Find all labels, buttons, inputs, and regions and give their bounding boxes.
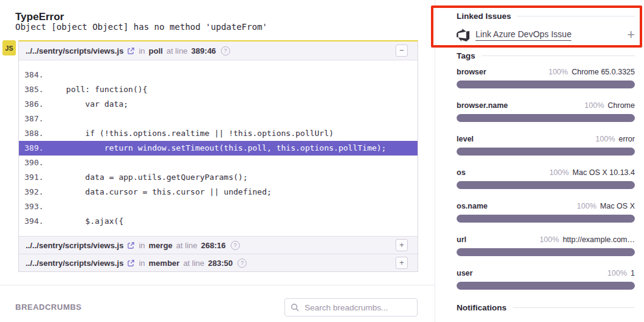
tag-bar <box>457 181 635 189</box>
linked-issues-heading: Linked Issues <box>457 12 635 21</box>
heading-rule <box>482 55 635 56</box>
code-line: 384. <box>19 68 418 82</box>
expand-frame-button[interactable]: + <box>396 257 408 269</box>
code-text: return window.setTimeout(this.poll, this… <box>47 141 418 156</box>
tag-bar <box>457 248 635 256</box>
code-text: data = app.utils.getQueryParams(); <box>47 170 418 185</box>
frame-function: member <box>149 259 180 268</box>
tag-row-level: level 100%error <box>457 135 635 156</box>
line-number: 390. <box>19 156 47 170</box>
expand-frame-button[interactable]: + <box>396 239 408 251</box>
tags-heading-label: Tags <box>457 51 476 60</box>
search-input[interactable] <box>303 302 411 313</box>
tag-row-os-name: os.name 100%Mac OS X <box>457 202 635 223</box>
tag-key: browser.name <box>457 101 508 110</box>
tag-key: browser <box>457 68 487 76</box>
sidebar: Linked Issues Link Azure DevOps Issue + … <box>457 0 635 322</box>
tag-key: os.name <box>457 202 488 210</box>
frame-header-poll[interactable]: ../../sentry/scripts/views.js in poll at… <box>19 41 418 60</box>
tag-percent: 100% <box>585 101 604 110</box>
external-link-icon[interactable] <box>128 48 134 54</box>
search-icon <box>291 303 299 312</box>
frame-line-number: 283:50 <box>208 259 233 268</box>
tag-key: user <box>457 269 472 277</box>
platform-badge-js: JS <box>2 40 16 55</box>
at-line-label: at line <box>183 259 204 268</box>
line-number: 388. <box>19 126 47 141</box>
frame-header-member[interactable]: ../../sentry/scripts/views.js in member … <box>19 254 418 271</box>
code-line: 390. <box>19 156 418 170</box>
in-label: in <box>139 259 145 268</box>
code-line: 393. <box>19 199 418 214</box>
in-label: in <box>139 46 145 55</box>
in-label: in <box>139 241 145 250</box>
tag-percent: 100% <box>607 269 627 277</box>
code-line: 385. poll: function(){ <box>19 82 418 97</box>
frame-line-number: 389:46 <box>191 46 215 55</box>
code-text <box>47 199 418 214</box>
tag-percent: 100% <box>549 168 569 177</box>
collapse-frame-button[interactable]: − <box>396 45 408 57</box>
link-azure-devops-issue-link[interactable]: Link Azure DevOps Issue <box>476 29 571 41</box>
code-text: var data; <box>47 97 418 112</box>
external-link-icon[interactable] <box>128 260 134 267</box>
stack-trace-panel: ../../sentry/scripts/views.js in poll at… <box>18 40 418 272</box>
tag-value: Mac OS X 10.13.4 <box>573 168 635 177</box>
breadcrumbs-search[interactable] <box>284 298 418 317</box>
tag-value: Chrome 65.0.3325 <box>571 68 635 76</box>
tag-bar <box>457 282 635 290</box>
line-number: 386. <box>19 97 47 112</box>
tags-heading: Tags <box>457 51 635 60</box>
section-divider <box>0 285 435 285</box>
line-number: 385. <box>19 82 47 97</box>
code-text <box>47 68 418 82</box>
line-number: 389. <box>19 141 47 156</box>
frame-file-path: ../../sentry/scripts/views.js <box>26 46 123 55</box>
tag-value: Chrome <box>608 101 635 110</box>
azure-devops-icon <box>457 29 469 41</box>
frame-header-merge[interactable]: ../../sentry/scripts/views.js in merge a… <box>19 236 418 254</box>
frame-function: merge <box>149 241 173 250</box>
external-link-icon[interactable] <box>128 242 134 249</box>
heading-rule <box>517 16 635 16</box>
at-line-label: at line <box>167 46 188 55</box>
tag-percent: 100% <box>596 135 615 143</box>
tag-row-url: url 100%http://example.com… <box>457 235 635 256</box>
help-icon[interactable]: ? <box>231 241 240 250</box>
code-text: $.ajax({ <box>47 214 418 229</box>
code-text <box>47 112 418 126</box>
add-linked-issue-button[interactable]: + <box>627 28 635 41</box>
code-line: 388. if (!this.options.realtime || !this… <box>19 126 418 141</box>
frame-file-path: ../../sentry/scripts/views.js <box>26 241 123 250</box>
code-block: 384. 385. poll: function(){ 386. var dat… <box>19 60 418 236</box>
line-number: 391. <box>19 170 47 185</box>
code-text: data.cursor = this.cursor || undefined; <box>47 185 418 199</box>
help-icon[interactable]: ? <box>221 46 230 55</box>
tag-key: os <box>457 168 466 177</box>
tag-value: Mac OS X <box>600 202 635 210</box>
help-icon[interactable]: ? <box>237 259 247 268</box>
code-text: poll: function(){ <box>47 82 418 97</box>
code-line-highlighted: 389. return window.setTimeout(this.poll,… <box>19 141 418 156</box>
tag-value: http://example.com… <box>563 235 635 244</box>
line-number: 392. <box>19 185 47 199</box>
at-line-label: at line <box>176 241 198 250</box>
frame-file-path: ../../sentry/scripts/views.js <box>26 259 123 268</box>
tag-bar <box>457 148 635 156</box>
tag-value: error <box>619 135 635 143</box>
linked-issues-row: Link Azure DevOps Issue + <box>457 28 635 41</box>
code-text: if (!this.options.realtime || !this.opti… <box>47 126 418 141</box>
heading-rule <box>513 307 635 308</box>
frame-line-number: 268:16 <box>201 241 225 250</box>
notifications-heading: Notifications <box>457 303 635 312</box>
frame-function: poll <box>149 46 163 55</box>
tag-bar <box>457 215 635 223</box>
line-number: 387. <box>19 112 47 126</box>
tag-row-os: os 100%Mac OS X 10.13.4 <box>457 168 635 189</box>
breadcrumbs-heading: BREADCRUMBS <box>15 302 82 312</box>
tag-row-user: user 100%1 <box>457 269 635 290</box>
linked-issues-heading-label: Linked Issues <box>457 12 511 21</box>
code-line: 391. data = app.utils.getQueryParams(); <box>19 170 418 185</box>
line-number: 393. <box>19 199 47 214</box>
code-line: 394. $.ajax({ <box>19 214 418 229</box>
